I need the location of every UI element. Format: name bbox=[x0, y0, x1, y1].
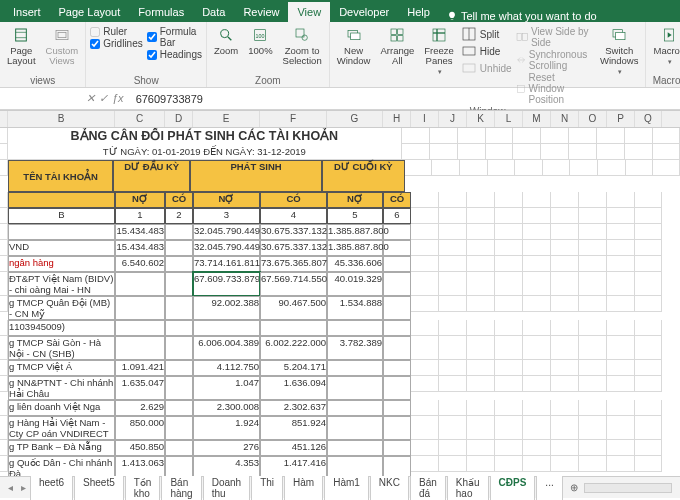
table-row[interactable]: g TP Bank – Đà Nẵng450.850276451.126 bbox=[0, 440, 680, 456]
cell[interactable] bbox=[165, 400, 193, 416]
cell[interactable] bbox=[0, 456, 8, 472]
cell[interactable] bbox=[607, 400, 635, 416]
cell[interactable] bbox=[467, 376, 495, 392]
cell[interactable]: 30.675.337.132 bbox=[260, 224, 327, 240]
cell[interactable]: 92.002.388 bbox=[193, 296, 260, 320]
cell[interactable] bbox=[467, 240, 495, 256]
cell[interactable]: CÓ bbox=[165, 192, 193, 208]
cell[interactable] bbox=[411, 416, 439, 440]
tab-data[interactable]: Data bbox=[193, 2, 234, 22]
col-head-q[interactable]: Q bbox=[635, 111, 662, 127]
cell[interactable]: 1 bbox=[115, 208, 165, 224]
cell[interactable] bbox=[523, 440, 551, 456]
tab-formulas[interactable]: Formulas bbox=[129, 2, 193, 22]
cell[interactable] bbox=[607, 192, 635, 208]
cell[interactable] bbox=[513, 144, 541, 160]
cell[interactable] bbox=[467, 416, 495, 440]
cell[interactable] bbox=[439, 272, 467, 296]
cell[interactable] bbox=[0, 360, 8, 376]
cell[interactable] bbox=[569, 144, 597, 160]
cell[interactable] bbox=[439, 400, 467, 416]
cell[interactable] bbox=[402, 144, 430, 160]
arrange-all-button[interactable]: Arrange All bbox=[377, 24, 417, 68]
cell[interactable] bbox=[439, 320, 467, 336]
cell[interactable] bbox=[635, 400, 662, 416]
cell[interactable] bbox=[523, 416, 551, 440]
cell[interactable] bbox=[0, 320, 8, 336]
cell[interactable] bbox=[0, 160, 8, 176]
zoom-100-button[interactable]: 100 100% bbox=[245, 24, 275, 58]
cell[interactable]: 1.385.887.800 bbox=[327, 224, 383, 240]
cell[interactable] bbox=[411, 376, 439, 392]
cell[interactable]: CÓ bbox=[260, 192, 327, 208]
cell[interactable] bbox=[327, 320, 383, 336]
cell[interactable] bbox=[635, 240, 662, 256]
cell[interactable]: 851.924 bbox=[260, 416, 327, 440]
cell[interactable]: 30.675.337.132 bbox=[260, 240, 327, 256]
tab-insert[interactable]: Insert bbox=[4, 2, 50, 22]
sheet-tab[interactable]: Doanh thu bbox=[203, 473, 250, 500]
cell[interactable] bbox=[165, 224, 193, 240]
cell[interactable] bbox=[8, 224, 115, 240]
cell[interactable]: 2.629 bbox=[115, 400, 165, 416]
cell[interactable]: B bbox=[8, 208, 115, 224]
cell[interactable] bbox=[383, 440, 411, 456]
cell[interactable] bbox=[0, 144, 8, 160]
table-row[interactable]: VND15.434.48332.045.790.44930.675.337.13… bbox=[0, 240, 680, 256]
cell[interactable] bbox=[607, 360, 635, 376]
cell[interactable] bbox=[653, 128, 680, 144]
cell[interactable] bbox=[607, 440, 635, 456]
cell[interactable]: 2.302.637 bbox=[260, 400, 327, 416]
cell[interactable]: 67.609.733.879 bbox=[193, 272, 260, 296]
report-date-range[interactable]: TỪ NGÀY: 01-01-2019 ĐẾN NGÀY: 31-12-2019 bbox=[8, 144, 402, 160]
cell[interactable] bbox=[579, 400, 607, 416]
worksheet-area[interactable]: B C D E F G H I J K L M N O P Q BẢNG CÂN… bbox=[0, 110, 680, 476]
cell[interactable] bbox=[607, 296, 635, 312]
cell[interactable]: TÊN TÀI KHOẢN bbox=[8, 160, 113, 192]
formula-bar-checkbox[interactable]: Formula Bar bbox=[147, 26, 202, 48]
cell[interactable] bbox=[0, 400, 8, 416]
cell[interactable] bbox=[467, 256, 495, 272]
cell[interactable] bbox=[579, 456, 607, 472]
cell[interactable] bbox=[569, 128, 597, 144]
cell[interactable] bbox=[607, 456, 635, 472]
cell[interactable] bbox=[405, 160, 433, 176]
cell[interactable] bbox=[467, 320, 495, 336]
table-row[interactable]: g TMCP Quân Đội (MB) - CN Mỹ92.002.38890… bbox=[0, 296, 680, 320]
cell[interactable]: 1.413.063 bbox=[115, 456, 165, 476]
cell[interactable] bbox=[383, 320, 411, 336]
cell[interactable]: 73.714.161.811 bbox=[193, 256, 260, 272]
cell[interactable] bbox=[495, 416, 523, 440]
cell[interactable] bbox=[635, 440, 662, 456]
cell[interactable]: 73.675.365.807 bbox=[260, 256, 327, 272]
cell[interactable] bbox=[327, 416, 383, 440]
cell[interactable] bbox=[635, 208, 662, 224]
cell[interactable]: 1.635.047 bbox=[115, 376, 165, 400]
cell[interactable] bbox=[165, 240, 193, 256]
cell[interactable] bbox=[383, 416, 411, 440]
cell[interactable] bbox=[635, 224, 662, 240]
cell[interactable] bbox=[579, 376, 607, 392]
gridlines-checkbox[interactable]: Gridlines bbox=[90, 38, 142, 49]
enter-icon[interactable]: ✓ bbox=[99, 92, 108, 105]
cell[interactable] bbox=[165, 360, 193, 376]
ruler-checkbox[interactable]: Ruler bbox=[90, 26, 142, 37]
cell[interactable] bbox=[495, 272, 523, 296]
col-head-i[interactable]: I bbox=[411, 111, 439, 127]
cell[interactable] bbox=[488, 160, 516, 176]
cell[interactable] bbox=[327, 440, 383, 456]
cell[interactable] bbox=[0, 296, 8, 312]
formula-input[interactable]: 67609733879 bbox=[130, 93, 680, 105]
cell[interactable] bbox=[193, 320, 260, 336]
sheet-tab[interactable]: Thi bbox=[251, 473, 283, 500]
cell[interactable] bbox=[439, 456, 467, 472]
cell[interactable] bbox=[495, 400, 523, 416]
cell[interactable] bbox=[543, 160, 571, 176]
switch-windows-button[interactable]: Switch Windows bbox=[597, 24, 642, 78]
table-row[interactable]: g Quốc Dân - Chi nhánh Đà1.413.0634.3531… bbox=[0, 456, 680, 476]
cell[interactable] bbox=[165, 296, 193, 320]
cell[interactable] bbox=[495, 192, 523, 208]
table-row[interactable]: 1103945009) bbox=[0, 320, 680, 336]
col-head-n[interactable]: N bbox=[551, 111, 579, 127]
cell[interactable] bbox=[579, 272, 607, 296]
